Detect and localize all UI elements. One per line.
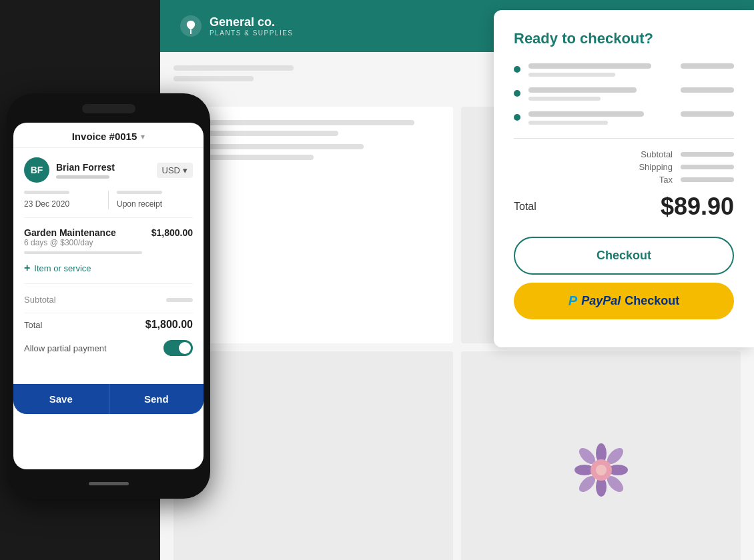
line-item-progress-bar (24, 251, 142, 254)
item-amount-3 (681, 111, 734, 117)
item-dot-1 (514, 66, 520, 73)
tax-label: Tax (659, 175, 673, 185)
invoice-total-label: Total (24, 320, 42, 330)
brand-title: General co. (210, 15, 294, 29)
paypal-p-icon: P (569, 293, 577, 309)
logo-icon (180, 15, 202, 37)
checkout-button[interactable]: Checkout (514, 237, 734, 275)
date-block: 23 Dec 2020 (24, 191, 100, 209)
subtotal-row: Subtotal (514, 149, 734, 159)
checkout-total-row: Total $89.90 (514, 193, 734, 221)
client-avatar: BF (24, 157, 49, 183)
checkout-divider (514, 138, 734, 139)
invoice-date: 23 Dec 2020 (24, 199, 69, 209)
flower-icon (571, 440, 631, 500)
checkout-item-3 (514, 111, 734, 125)
chevron-down-icon: ▾ (141, 132, 145, 141)
item-amount-2 (681, 87, 734, 93)
item-amount-1 (681, 63, 734, 69)
partial-payment-row: Allow partial payment (24, 340, 193, 365)
phone-notch (82, 104, 135, 113)
client-name-block: Brian Forrest (56, 162, 115, 179)
sidebar-panel (173, 107, 453, 343)
currency-badge[interactable]: USD ▾ (157, 163, 193, 178)
partial-payment-toggle[interactable] (163, 340, 193, 356)
phone-bottom-bar (13, 476, 204, 488)
checkout-title: Ready to checkout? (514, 30, 734, 47)
shipping-row: Shipping (514, 162, 734, 172)
checkout-item-2 (514, 87, 734, 101)
invoice-header: Invoice #0015 ▾ (13, 123, 204, 148)
currency-label: USD (162, 165, 180, 175)
client-info: BF Brian Forrest (24, 157, 115, 183)
tax-row: Tax (514, 175, 734, 185)
phone-frame: Invoice #0015 ▾ BF Brian Forrest (7, 93, 210, 499)
shipping-value (681, 165, 734, 169)
line-item-amount: $1,800.00 (151, 227, 193, 238)
gear-image-cell (461, 351, 741, 560)
phone-wrapper: Invoice #0015 ▾ BF Brian Forrest (7, 93, 210, 499)
client-row: BF Brian Forrest USD ▾ (24, 157, 193, 183)
add-plus-icon: + (24, 262, 30, 274)
checkout-items-list (514, 63, 734, 125)
due-block: Upon receipt (117, 191, 193, 209)
flower-image-cell (173, 351, 453, 560)
add-item-label: Item or service (34, 263, 91, 273)
partial-payment-label: Allow partial payment (24, 343, 107, 353)
invoice-subtotal-section: Subtotal (24, 295, 193, 305)
phone-actions: Save Send (13, 384, 204, 414)
due-label-skeleton (117, 191, 162, 194)
subtotal-label: Subtotal (641, 149, 673, 159)
paypal-checkout-button[interactable]: P PayPal Checkout (514, 283, 734, 319)
checkout-item-1 (514, 63, 734, 77)
client-initials: BF (31, 165, 43, 175)
item-dot-3 (514, 114, 520, 121)
client-name: Brian Forrest (56, 162, 115, 173)
paypal-checkout-text: Checkout (625, 294, 679, 308)
item-lines-2 (528, 87, 673, 101)
client-detail-line (56, 175, 109, 179)
brand-subtitle: PLANTS & SUPPLIES (210, 29, 294, 37)
checkout-subtotals: Subtotal Shipping Tax (514, 149, 734, 185)
line-item: Garden Maintenance $1,800.00 6 days @ $3… (24, 227, 193, 254)
skeleton-2 (173, 76, 254, 81)
date-label-skeleton (24, 191, 69, 194)
invoice-subtotal-label: Subtotal (24, 295, 56, 305)
invoice-due: Upon receipt (117, 199, 162, 209)
item-dot-2 (514, 90, 520, 97)
invoice-subtotal-line: Subtotal (24, 295, 193, 305)
invoice-total-amount: $1,800.00 (145, 319, 193, 331)
item-lines-1 (528, 63, 673, 77)
checkout-total-amount: $89.90 (661, 193, 734, 221)
brand-info: General co. PLANTS & SUPPLIES (210, 15, 294, 37)
line-item-name: Garden Maintenance (24, 227, 116, 238)
line-item-desc: 6 days @ $300/day (24, 238, 193, 247)
invoice-title: Invoice #0015 (72, 131, 137, 142)
date-row: 23 Dec 2020 Upon receipt (24, 191, 193, 218)
toggle-knob (179, 342, 191, 354)
subtotal-value (681, 152, 734, 157)
phone-top-bar (13, 104, 204, 116)
invoice-total-line: Total $1,800.00 (24, 313, 193, 331)
currency-chevron: ▾ (183, 165, 187, 175)
line-item-top: Garden Maintenance $1,800.00 (24, 227, 193, 238)
svg-point-12 (596, 465, 607, 475)
tax-value (681, 177, 734, 182)
shipping-label: Shipping (639, 162, 673, 172)
send-button[interactable]: Send (109, 384, 204, 414)
paypal-label: PayPal (581, 294, 621, 308)
home-indicator (89, 482, 129, 485)
date-divider (108, 191, 109, 209)
add-item-row[interactable]: + Item or service (24, 262, 193, 284)
save-button[interactable]: Save (13, 384, 109, 414)
phone-screen: Invoice #0015 ▾ BF Brian Forrest (13, 123, 204, 469)
invoice-subtotal-bar (166, 298, 193, 302)
skeleton-1 (173, 65, 294, 71)
checkout-total-label: Total (514, 201, 536, 213)
invoice-body: BF Brian Forrest USD ▾ (13, 148, 204, 384)
checkout-panel: Ready to checkout? (494, 10, 754, 347)
item-lines-3 (528, 111, 673, 125)
